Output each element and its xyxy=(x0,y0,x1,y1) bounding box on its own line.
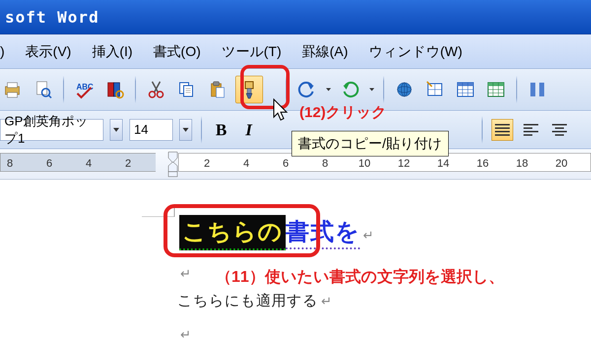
format-painter-tooltip: 書式のコピー/貼り付け xyxy=(292,131,449,156)
ruler-tick: 2 xyxy=(204,157,210,170)
undo-button[interactable] xyxy=(295,77,319,102)
svg-rect-22 xyxy=(245,82,253,89)
svg-text:ABC: ABC xyxy=(76,83,94,91)
font-name-combo[interactable]: GP創英角ポップ1 xyxy=(0,119,103,141)
separator xyxy=(383,76,384,103)
separator xyxy=(516,76,517,103)
ruler-tick: 4 xyxy=(243,157,249,170)
ruler-tick: 4 xyxy=(86,157,92,170)
separator xyxy=(135,76,136,103)
ruler-tick: 10 xyxy=(359,157,370,170)
font-size-value: 14 xyxy=(134,122,148,137)
ruler-tick: 2 xyxy=(125,157,131,170)
titlebar-text: soft Word xyxy=(5,8,99,27)
ruler-tick: 18 xyxy=(516,157,528,170)
print-button[interactable] xyxy=(0,77,25,102)
svg-rect-43 xyxy=(530,83,535,96)
formatted-text[interactable]: 書式を xyxy=(286,216,360,249)
document-line-2[interactable]: ↵ xyxy=(177,266,191,281)
menu-item-table[interactable]: 罫線(A) xyxy=(302,42,348,61)
svg-line-5 xyxy=(48,95,51,98)
selected-text[interactable]: こちらの xyxy=(179,215,286,250)
font-size-dropdown[interactable] xyxy=(179,119,192,141)
ruler-tick: 6 xyxy=(46,157,52,170)
paste-button[interactable] xyxy=(205,77,230,102)
cut-button[interactable] xyxy=(144,77,168,102)
annotation-12-label: (12)クリック xyxy=(299,102,387,122)
align-center-button[interactable] xyxy=(549,119,570,141)
document-line-3[interactable]: こちらにも適用する↵ xyxy=(177,291,332,311)
svg-rect-38 xyxy=(488,83,504,86)
svg-rect-2 xyxy=(7,92,17,97)
print-preview-button[interactable] xyxy=(31,77,55,102)
redo-button[interactable] xyxy=(338,77,362,102)
svg-rect-21 xyxy=(216,88,224,97)
svg-point-12 xyxy=(149,91,155,97)
columns-button[interactable] xyxy=(525,77,550,102)
ruler-tick: 20 xyxy=(556,157,567,170)
menu-item-view[interactable]: 表示(V) xyxy=(25,42,71,61)
ruler-margin-area xyxy=(0,153,156,172)
tables-borders-button[interactable] xyxy=(423,77,447,102)
separator xyxy=(482,116,483,144)
font-name-dropdown[interactable] xyxy=(110,119,123,141)
separator xyxy=(63,76,64,103)
svg-rect-44 xyxy=(539,83,544,96)
menu-item-format[interactable]: 書式(O) xyxy=(153,42,200,61)
ruler-tick: 8 xyxy=(7,157,13,170)
paragraph-mark-icon: ↵ xyxy=(363,228,374,243)
hyperlink-button[interactable] xyxy=(392,77,417,102)
menu-item-window[interactable]: ウィンドウ(W) xyxy=(369,42,462,61)
separator xyxy=(201,116,202,144)
svg-rect-23 xyxy=(247,89,251,93)
document-line-4[interactable]: ↵ xyxy=(177,327,191,342)
menu-item-insert[interactable]: 挿入(I) xyxy=(92,42,132,61)
svg-rect-7 xyxy=(108,83,114,96)
menu-item-partial[interactable]: ) xyxy=(0,44,4,60)
ruler-tick: 14 xyxy=(437,157,449,170)
menu-item-tools[interactable]: ツール(T) xyxy=(222,42,282,61)
annotation-11-label: （11）使いたい書式の文字列を選択し、 xyxy=(216,266,504,288)
page-corner-mark xyxy=(142,208,174,217)
document-area[interactable]: こちらの書式を↵ ↵ （11）使いたい書式の文字列を選択し、 こちらにも適用する… xyxy=(0,180,591,357)
ruler-tick: 12 xyxy=(398,157,410,170)
font-name-value: GP創英角ポップ1 xyxy=(4,113,99,147)
titlebar: soft Word xyxy=(0,0,591,34)
document-line-1[interactable]: こちらの書式を↵ xyxy=(179,215,374,250)
italic-button[interactable]: I xyxy=(238,121,259,139)
menubar: ) 表示(V) 挿入(I) 書式(O) ツール(T) 罫線(A) ウィンドウ(W… xyxy=(0,34,591,69)
paragraph-mark-icon: ↵ xyxy=(180,327,191,342)
research-button[interactable] xyxy=(102,77,127,102)
ruler-tick: 6 xyxy=(283,157,289,170)
redo-dropdown[interactable] xyxy=(368,88,375,91)
standard-toolbar: ABC xyxy=(0,69,591,111)
svg-point-13 xyxy=(157,91,163,97)
align-left-button[interactable] xyxy=(520,119,542,141)
indent-marker-icon[interactable] xyxy=(165,149,180,179)
page-margin-mark xyxy=(174,208,175,217)
align-justify-button[interactable] xyxy=(492,119,513,141)
spelling-button[interactable]: ABC xyxy=(72,77,97,102)
svg-rect-1 xyxy=(7,83,17,88)
separator xyxy=(286,76,287,103)
paragraph-mark-icon: ↵ xyxy=(180,266,191,281)
format-painter-button[interactable] xyxy=(235,76,263,103)
bold-button[interactable]: B xyxy=(211,121,231,139)
paragraph-mark-icon: ↵ xyxy=(321,294,332,308)
svg-rect-20 xyxy=(213,82,219,86)
insert-excel-button[interactable] xyxy=(484,77,508,102)
font-size-combo[interactable]: 14 xyxy=(130,119,173,141)
ruler-tick: 8 xyxy=(322,157,328,170)
svg-rect-45 xyxy=(168,172,177,177)
ruler-tick: 16 xyxy=(477,157,489,170)
copy-button[interactable] xyxy=(174,77,199,102)
svg-rect-15 xyxy=(184,86,193,96)
plain-text[interactable]: こちらにも適用する xyxy=(177,292,318,308)
undo-dropdown[interactable] xyxy=(325,88,332,91)
svg-rect-32 xyxy=(458,83,473,86)
insert-table-button[interactable] xyxy=(453,77,478,102)
